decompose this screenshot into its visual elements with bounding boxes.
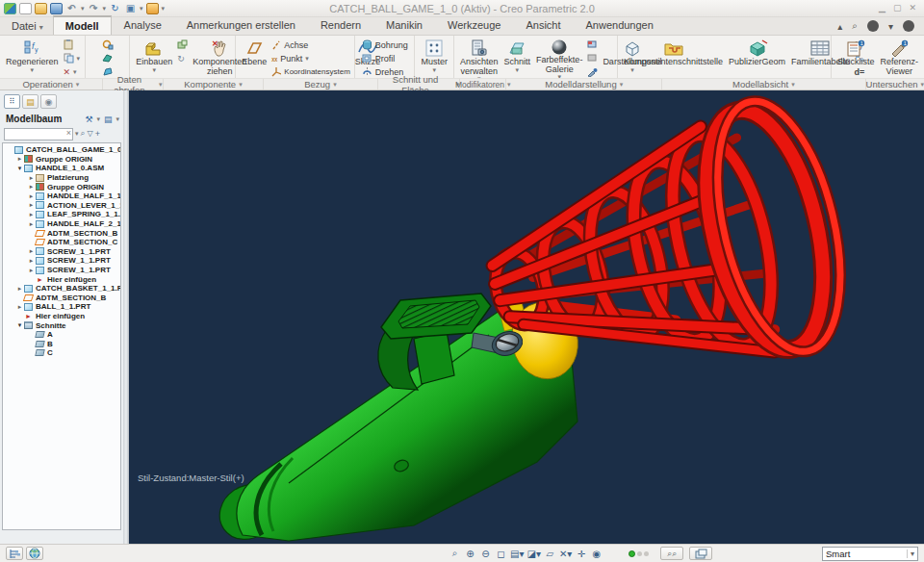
repaint-icon[interactable]: ◻ — [494, 547, 508, 561]
tree-expander-icon[interactable] — [27, 201, 36, 209]
tree-expander-icon[interactable] — [27, 267, 36, 274]
command-locator-icon[interactable]: ● — [867, 20, 879, 32]
command-search-icon[interactable]: ⌕ — [852, 20, 858, 32]
tree-row[interactable]: A — [4, 330, 120, 340]
group-label-bezug[interactable]: Bezug▾ — [264, 79, 377, 89]
group-label-schnitt-und-flaeche[interactable]: Schnitt und Fläche▾ — [378, 79, 461, 89]
new-file-icon[interactable] — [19, 3, 32, 14]
tree-row[interactable]: ACTION_LEVER_1_1.PRT — [4, 201, 120, 211]
tree-expander-icon[interactable] — [15, 155, 24, 163]
tree-expander-icon[interactable] — [15, 285, 24, 293]
tree-row[interactable]: Hier einfügen — [4, 312, 120, 321]
tree-row[interactable]: B — [4, 339, 120, 348]
creo-logo-icon[interactable] — [4, 3, 16, 14]
tree-expander-icon[interactable] — [15, 303, 24, 311]
appearance-manager-button[interactable] — [585, 38, 600, 51]
tree-row[interactable]: CATCH_BALL_GAME_1_0.ASM — [4, 145, 120, 155]
save-icon[interactable] — [50, 3, 63, 14]
graphics-viewport[interactable]: Stil-Zustand:Master-Stil(+) — [129, 90, 924, 544]
einbauen-button[interactable]: Einbauen ▾ — [133, 38, 175, 78]
customize-quick-access-icon[interactable]: ▾ — [162, 5, 166, 13]
ribbon-tab[interactable]: Anwendungen — [574, 15, 666, 35]
minimize-button[interactable]: ▁ — [879, 4, 886, 13]
tree-row[interactable]: Gruppe ORIGIN — [4, 182, 120, 192]
tree-settings-dropdown-icon[interactable]: ▾ — [96, 115, 100, 123]
koordinatensystem-button[interactable]: Koordinatensystem — [270, 65, 351, 78]
search-model-button[interactable]: ⌕⌕ — [660, 547, 683, 560]
create-component-button[interactable] — [175, 38, 190, 51]
regenerieren-button[interactable]: fy Regenerieren ▾ — [3, 38, 62, 78]
tree-expander-icon[interactable] — [27, 220, 36, 228]
tree-expander-icon[interactable] — [27, 174, 36, 182]
add-filter-icon[interactable]: + — [95, 129, 100, 139]
publiziergeom-button[interactable]: PublizierGeom — [726, 38, 788, 78]
ribbon-tab[interactable]: Manikin — [373, 15, 435, 35]
ribbon-tab[interactable]: Ansicht — [513, 15, 573, 35]
tree-columns-dropdown-icon[interactable]: ▾ — [116, 115, 119, 123]
tree-settings-icon[interactable]: ⚒ — [85, 115, 92, 124]
bohrung-button[interactable]: Bohrung — [360, 38, 410, 51]
minimize-ribbon-icon[interactable]: ▴ — [837, 21, 842, 32]
model-tree-toggle-button[interactable] — [6, 547, 23, 560]
tree-row[interactable]: Hier einfügen — [4, 274, 120, 284]
maximize-button[interactable]: ▢ — [893, 4, 902, 13]
saved-views-icon[interactable]: ▤▾ — [509, 547, 525, 561]
tree-row[interactable]: SCREW_1_1.PRT — [4, 266, 120, 275]
ribbon-tab[interactable]: Analyse — [112, 15, 174, 35]
tree-expander-icon[interactable] — [15, 321, 24, 329]
spin-center-icon[interactable]: ◉ — [589, 547, 603, 561]
component-operations-button[interactable]: ↻ — [175, 52, 190, 64]
regenerate-icon[interactable]: ↻ — [109, 3, 121, 14]
redo-icon[interactable]: ↷ — [88, 3, 100, 14]
tree-row[interactable]: CATCH_BASKET_1_1.PRT — [4, 284, 120, 294]
schnitt-button[interactable]: Schnitt ▾ — [501, 38, 534, 78]
locator-dropdown-icon[interactable]: ▾ — [888, 21, 893, 32]
tree-row[interactable]: BALL_1_1.PRT — [4, 302, 120, 312]
tab-model-tree[interactable]: ⠿ — [4, 94, 20, 109]
group-label-operationen[interactable]: Operationen▾ — [0, 79, 103, 89]
redo-dropdown-icon[interactable]: ▾ — [103, 5, 107, 13]
display-style-icon[interactable]: ◪▾ — [526, 547, 541, 561]
open-file-icon[interactable] — [35, 3, 47, 14]
close-window-icon[interactable] — [146, 3, 159, 14]
csys-display-icon[interactable]: ✛ — [574, 547, 588, 561]
tree-expander-icon[interactable] — [27, 257, 36, 265]
muster-button[interactable]: Muster ▾ — [418, 38, 450, 78]
ansichten-verwalten-button[interactable]: Ansichten verwalten ▾ — [457, 38, 501, 78]
group-label-modelldarstellung[interactable]: Modelldarstellung▾ — [506, 79, 662, 89]
ribbon-tab[interactable]: Werkzeuge — [435, 15, 513, 35]
profil-button[interactable]: Profil — [360, 52, 410, 64]
tree-row[interactable]: C — [4, 348, 120, 358]
tree-row[interactable]: LEAF_SPRING_1_1.PRT — [4, 210, 120, 219]
window-dropdown-icon[interactable]: ▾ — [140, 5, 143, 13]
komponentenschnittstelle-button[interactable]: Komponentenschnittstelle — [621, 38, 726, 78]
group-label-modifikatoren[interactable]: Modifikatoren▾ — [460, 79, 506, 89]
find-icon[interactable]: ⌕ — [81, 128, 86, 139]
ribbon-tab[interactable]: Anmerkungen erstellen — [174, 15, 308, 35]
zoom-out-icon[interactable]: ⊖ — [478, 547, 493, 561]
tree-expander-icon[interactable] — [27, 211, 36, 218]
group-label-modellabsicht[interactable]: Modellabsicht▾ — [662, 79, 865, 89]
appearance-pipette-button[interactable] — [585, 65, 600, 78]
farbeffekte-galerie-button[interactable]: Farbeffekte-Galerie ▾ — [533, 38, 585, 78]
achse-button[interactable]: Achse — [270, 38, 351, 51]
punkt-button[interactable]: ₓₓPunkt▾ — [270, 52, 351, 64]
undo-dropdown-icon[interactable]: ▾ — [81, 5, 85, 13]
selection-filter-combobox[interactable]: Smart ▾ — [822, 547, 918, 561]
tree-row[interactable]: Gruppe ORIGIN — [4, 155, 120, 165]
datum-planes-icon[interactable]: ▱ — [543, 547, 557, 561]
window-overlay-button[interactable] — [689, 547, 712, 560]
tab-folder-browser[interactable]: ▤ — [22, 94, 38, 109]
group-label-daten-abrufen[interactable]: Daten abrufen▾ — [103, 79, 164, 89]
zoom-region-icon[interactable]: ⌕ — [448, 547, 462, 561]
tree-columns-icon[interactable]: ▤ — [104, 115, 113, 124]
tree-expander-icon[interactable] — [27, 247, 36, 255]
tree-expander-icon[interactable] — [27, 192, 36, 200]
undo-icon[interactable]: ↶ — [65, 3, 78, 14]
help-icon[interactable]: ? — [903, 20, 914, 32]
tree-expander-icon[interactable] — [15, 165, 24, 172]
copy-geometry-button[interactable] — [100, 52, 116, 64]
status-green-dot[interactable] — [629, 550, 635, 557]
ribbon-tab[interactable]: Rendern — [308, 15, 373, 35]
stueckliste-button[interactable]: 1 Stückliste — [834, 38, 878, 78]
